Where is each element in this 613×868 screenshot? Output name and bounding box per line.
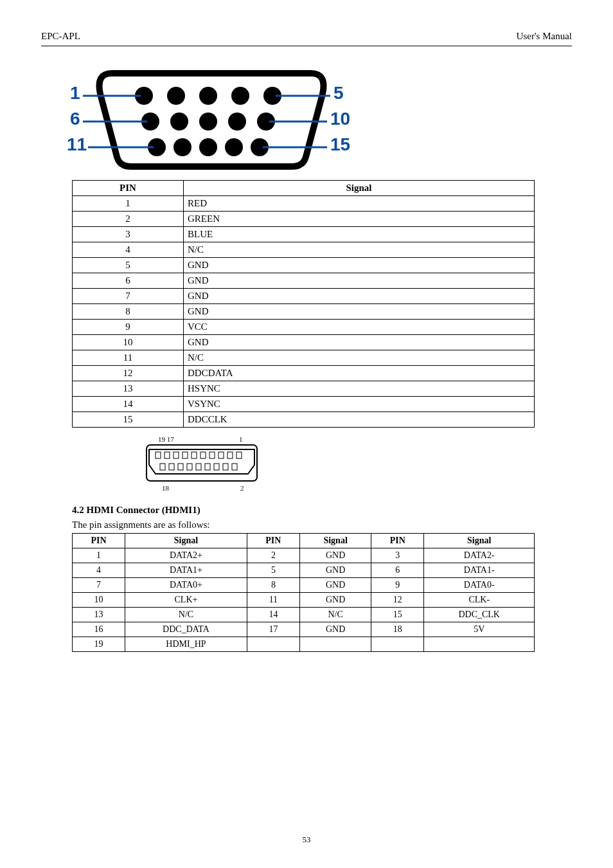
svg-rect-47 (223, 464, 228, 470)
table-row: 14VSYNC (73, 397, 535, 412)
pin-cell: 8 (73, 304, 184, 320)
hdmi-cell: N/C (299, 608, 371, 622)
table-row: 16DDC_DATA17GND185V (73, 622, 535, 637)
svg-text:10: 10 (330, 109, 350, 129)
pin-cell: 4 (73, 242, 184, 258)
hdmi-col: Signal (125, 534, 247, 548)
signal-cell: RED (184, 196, 535, 212)
signal-cell: GREEN (184, 212, 535, 227)
signal-cell: GND (184, 289, 535, 304)
signal-cell: DDCCLK (184, 412, 535, 428)
vga-pin-table: PIN Signal 1RED2GREEN3BLUE4N/C5GND6GND7G… (72, 180, 535, 428)
hdmi-cell: 5 (247, 563, 299, 578)
svg-point-8 (228, 113, 246, 131)
page-number: 53 (0, 835, 613, 845)
hdmi-cell: CLK- (424, 593, 535, 608)
svg-text:2: 2 (240, 484, 244, 492)
table-row: 4DATA1+5GND6DATA1- (73, 563, 535, 578)
svg-rect-38 (227, 452, 233, 458)
hdmi-cell: GND (299, 593, 371, 608)
vga-col-signal: Signal (184, 181, 535, 196)
pin-cell: 7 (73, 289, 184, 304)
hdmi-cell: 12 (371, 593, 424, 608)
table-row: 5GND (73, 258, 535, 273)
signal-cell: BLUE (184, 227, 535, 242)
hdmi-col: Signal (424, 534, 535, 548)
hdmi-cell: DATA0+ (125, 578, 247, 593)
hdmi-cell (424, 637, 535, 652)
pin-cell: 6 (73, 273, 184, 289)
table-row: 7GND (73, 289, 535, 304)
table-row: 8GND (73, 304, 535, 320)
svg-rect-46 (214, 464, 219, 470)
hdmi-cell: 11 (247, 593, 299, 608)
page: EPC-APL User's Manual 1 6 11 5 10 15 (0, 0, 613, 868)
hdmi-cell: 17 (247, 622, 299, 637)
hdmi-cell: DATA2+ (125, 548, 247, 563)
signal-cell: GND (184, 273, 535, 289)
svg-rect-29 (147, 445, 257, 481)
pin-cell: 11 (73, 350, 184, 366)
svg-rect-31 (164, 452, 170, 458)
svg-rect-42 (178, 464, 183, 470)
table-row: 3BLUE (73, 227, 535, 242)
hdmi-cell: 5V (424, 622, 535, 637)
svg-rect-39 (236, 452, 242, 458)
svg-point-1 (167, 87, 185, 105)
svg-rect-36 (209, 452, 215, 458)
hdmi-cell: 7 (73, 578, 125, 593)
hdmi-cell: 16 (73, 622, 125, 637)
table-row: 11N/C (73, 350, 535, 366)
svg-text:18: 18 (162, 484, 170, 492)
page-header: EPC-APL User's Manual (41, 31, 572, 46)
header-right: User's Manual (517, 31, 572, 42)
header-left: EPC-APL (41, 31, 80, 42)
hdmi-cell: DATA0- (424, 578, 535, 593)
svg-rect-34 (191, 452, 197, 458)
hdmi-col: PIN (247, 534, 299, 548)
pin-cell: 3 (73, 227, 184, 242)
svg-rect-40 (160, 464, 165, 470)
hdmi-cell: HDMI_HP (125, 637, 247, 652)
svg-point-11 (173, 138, 191, 156)
hdmi-cell: 2 (247, 548, 299, 563)
vga-col-pin: PIN (73, 181, 184, 196)
vga-connector-diagram: 1 6 11 5 10 15 (67, 60, 572, 176)
table-row: 9VCC (73, 320, 535, 335)
hdmi-cell: 13 (73, 608, 125, 622)
svg-text:11: 11 (67, 134, 87, 154)
table-row: 2GREEN (73, 212, 535, 227)
hdmi-cell: 3 (371, 548, 424, 563)
hdmi-cell: 6 (371, 563, 424, 578)
svg-rect-37 (218, 452, 224, 458)
table-row: 1RED (73, 196, 535, 212)
hdmi-cell: 9 (371, 578, 424, 593)
svg-text:15: 15 (330, 134, 350, 154)
pin-cell: 5 (73, 258, 184, 273)
hdmi-cell: DDC_DATA (125, 622, 247, 637)
pin-cell: 12 (73, 366, 184, 381)
hdmi-cell: DATA1- (424, 563, 535, 578)
pin-cell: 2 (73, 212, 184, 227)
hdmi-cell: 10 (73, 593, 125, 608)
pin-cell: 15 (73, 412, 184, 428)
hdmi-cell: 18 (371, 622, 424, 637)
signal-cell: GND (184, 335, 535, 350)
table-row: 10CLK+11GND12CLK- (73, 593, 535, 608)
table-row: 6GND (73, 273, 535, 289)
hdmi-cell: DDC_CLK (424, 608, 535, 622)
pin-cell: 9 (73, 320, 184, 335)
hdmi-cell: 14 (247, 608, 299, 622)
svg-rect-44 (196, 464, 201, 470)
signal-cell: N/C (184, 350, 535, 366)
table-row: 7DATA0+8GND9DATA0- (73, 578, 535, 593)
hdmi-cell: 15 (371, 608, 424, 622)
hdmi-col: PIN (73, 534, 125, 548)
signal-cell: GND (184, 304, 535, 320)
hdmi-cell: GND (299, 578, 371, 593)
hdmi-cell: 8 (247, 578, 299, 593)
signal-cell: GND (184, 258, 535, 273)
svg-point-7 (199, 113, 217, 131)
hdmi-cell: GND (299, 548, 371, 563)
svg-point-6 (170, 113, 188, 131)
